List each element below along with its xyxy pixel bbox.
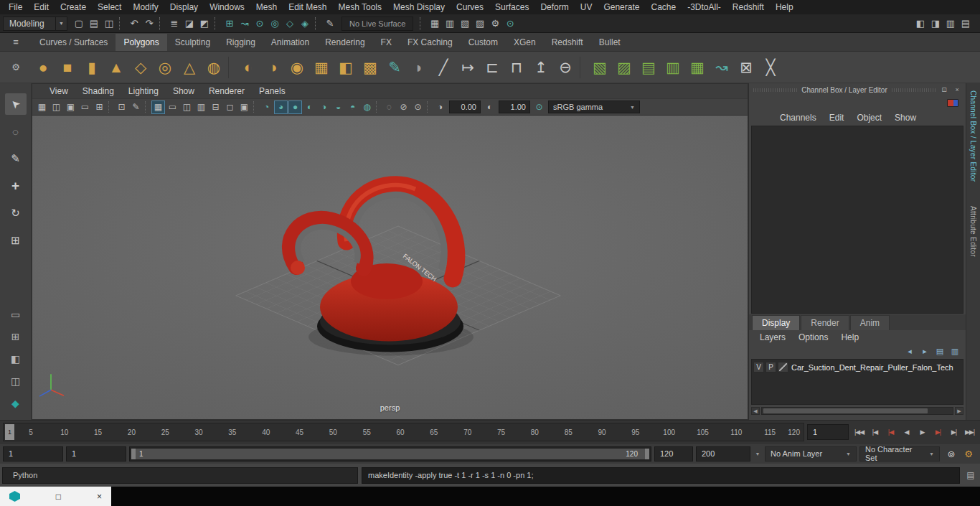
poly-pipe-icon[interactable]: ◍ — [202, 55, 225, 80]
menu-item[interactable]: Edit — [28, 0, 55, 14]
step-back-one-frame-button[interactable]: |◀ — [867, 424, 882, 440]
ipr-render-icon[interactable]: ▧ — [458, 17, 472, 31]
animation-preferences-icon[interactable]: ⚙ — [961, 446, 976, 461]
play-forwards-button[interactable]: ▶ — [915, 424, 930, 440]
horizontal-scrollbar[interactable] — [761, 407, 953, 415]
float-panel-icon[interactable]: ⊡ — [940, 85, 948, 94]
shelf-tab[interactable]: FX — [373, 34, 400, 51]
poly-cone-icon[interactable]: ▲ — [105, 55, 128, 80]
shelf-tab[interactable]: XGen — [506, 34, 544, 51]
split-pane-layout[interactable]: ◫ — [6, 373, 25, 389]
open-scene-icon[interactable]: ▤ — [87, 17, 101, 31]
use-all-lights-icon[interactable]: ◐ — [303, 100, 316, 114]
channel-list-area[interactable] — [751, 126, 963, 314]
undo-icon[interactable]: ↶ — [127, 17, 141, 31]
field-chart-icon[interactable]: ⊟ — [209, 100, 222, 114]
channel-box-menu-item[interactable]: Object — [850, 113, 888, 123]
select-by-object-icon[interactable]: ◪ — [182, 17, 197, 31]
smooth-icon[interactable]: ▧ — [588, 55, 611, 80]
resolution-gate-icon[interactable]: ◫ — [180, 100, 194, 114]
redo-icon[interactable]: ↷ — [142, 17, 156, 31]
auto-keyframe-icon[interactable]: ⊚ — [944, 446, 958, 461]
bridge-icon[interactable]: ⊓ — [505, 55, 528, 80]
viewport-menu-item[interactable]: View — [42, 86, 75, 96]
menu-item[interactable]: Deform — [534, 0, 574, 14]
menu-item[interactable]: UV — [575, 0, 598, 14]
menu-set-dropdown[interactable]: Modeling ▼ — [3, 17, 67, 31]
menu-item[interactable]: Create — [55, 0, 92, 14]
paint-select-tool[interactable]: ✎ — [5, 148, 27, 169]
animation-end-field[interactable]: 200 — [696, 446, 750, 462]
shelf-menu-button[interactable]: ≡ — [0, 33, 32, 51]
viewport-menu-item[interactable]: Shading — [75, 86, 121, 96]
wireframe-mode-icon[interactable]: ◔ — [260, 100, 273, 114]
channel-display-icon[interactable] — [947, 99, 958, 107]
toggle-channel-box-icon[interactable]: ▤ — [958, 17, 973, 31]
viewport-canvas[interactable]: FALON TECH persp — [32, 116, 748, 419]
script-editor-icon[interactable]: ▤ — [963, 468, 978, 482]
close-window-icon[interactable]: × — [97, 492, 102, 502]
layer-menu-item[interactable]: Options — [792, 332, 834, 342]
snap-to-point-icon[interactable]: ⊙ — [253, 17, 267, 31]
menu-item[interactable]: Select — [92, 0, 127, 14]
command-result-bar[interactable]: makeIdentity -apply true -t 1 -r 1 -s 1 … — [362, 467, 960, 484]
shelf-tab[interactable]: Bullet — [591, 34, 628, 51]
rotate-tool[interactable]: ↻ — [5, 202, 27, 224]
layer-editor-tab[interactable]: Anim — [850, 315, 890, 330]
maya-app-icon[interactable] — [9, 491, 20, 502]
layer-visibility-toggle[interactable]: V — [753, 362, 764, 373]
x-ray-joints-icon[interactable]: ⊙ — [411, 100, 425, 114]
reduce-icon[interactable]: ▨ — [613, 55, 636, 80]
shelf-tab[interactable]: Rendering — [317, 34, 372, 51]
color-management-icon[interactable]: ⊙ — [503, 17, 517, 31]
poly-cylinder-icon[interactable]: ▮ — [80, 55, 103, 80]
anti-aliasing-icon[interactable]: ◍ — [360, 100, 374, 114]
select-camera-icon[interactable]: ▦ — [35, 100, 49, 114]
maya-home-icon[interactable]: ◆ — [6, 395, 25, 411]
delete-history-icon[interactable]: ╳ — [759, 55, 782, 80]
shadows-icon[interactable]: ◑ — [317, 100, 331, 114]
open-render-view-icon[interactable]: ▦ — [428, 17, 442, 31]
scroll-left-icon[interactable]: ◀ — [751, 407, 760, 415]
menu-item[interactable]: Mesh Display — [387, 0, 451, 14]
range-options-icon[interactable]: ▼ — [753, 451, 762, 456]
construction-history-icon[interactable]: ✎ — [323, 17, 337, 31]
target-weld-icon[interactable]: ↦ — [456, 55, 479, 80]
bookmarks-icon[interactable]: ▭ — [78, 100, 92, 114]
channel-box-menu-item[interactable]: Show — [888, 113, 923, 123]
layer-menu-item[interactable]: Layers — [753, 332, 792, 342]
menu-item[interactable]: Redshift — [727, 0, 770, 14]
x-ray-icon[interactable]: ⊘ — [397, 100, 410, 114]
shaded-mode-icon[interactable]: ◕ — [274, 100, 288, 114]
snap-to-view-plane-icon[interactable]: ◇ — [283, 17, 297, 31]
restore-window-icon[interactable]: □ — [56, 492, 61, 502]
step-forward-one-frame-button[interactable]: ▶| — [946, 424, 961, 440]
snap-to-curve-icon[interactable]: ↝ — [237, 17, 252, 31]
current-time-marker[interactable]: 1 — [5, 424, 14, 440]
play-backwards-button[interactable]: ◀ — [899, 424, 914, 440]
anim-layer-dropdown[interactable]: No Anim Layer ▼ — [765, 446, 857, 462]
image-plane-icon[interactable]: ⊞ — [93, 100, 106, 114]
panel-grip[interactable] — [892, 88, 936, 92]
poly-cube-icon[interactable]: ■ — [56, 55, 79, 80]
menu-item[interactable]: Mesh Tools — [333, 0, 387, 14]
playback-end-field[interactable]: 120 — [654, 446, 693, 462]
playback-range-bar[interactable]: 1 120 — [131, 449, 649, 459]
beveled-cube-icon[interactable]: ◧ — [334, 55, 357, 80]
lasso-tool[interactable]: ◌ — [5, 121, 27, 142]
subdiv-proxy-icon[interactable]: ◑ — [261, 55, 284, 80]
menu-item[interactable]: Cache — [645, 0, 682, 14]
menu-item[interactable]: Curves — [451, 0, 489, 14]
panel-header[interactable]: Channel Box / Layer Editor ⊡ × — [749, 83, 966, 95]
make-object-live-icon[interactable]: ◈ — [298, 17, 312, 31]
single-pane-layout[interactable]: ▭ — [6, 306, 25, 322]
command-language-label[interactable]: Python — [13, 471, 37, 479]
create-layer-from-selected-icon[interactable]: ▥ — [948, 345, 961, 357]
select-by-component-icon[interactable]: ◩ — [197, 17, 212, 31]
smooth-mesh-icon[interactable]: ◐ — [237, 55, 260, 80]
snap-to-grid-icon[interactable]: ⊞ — [222, 17, 237, 31]
safe-title-icon[interactable]: ▣ — [237, 100, 251, 114]
chevron-down-icon[interactable]: ▼ — [56, 17, 67, 31]
channel-box-menu-item[interactable]: Channels — [773, 113, 823, 123]
shelf-tab[interactable]: Custom — [461, 34, 506, 51]
